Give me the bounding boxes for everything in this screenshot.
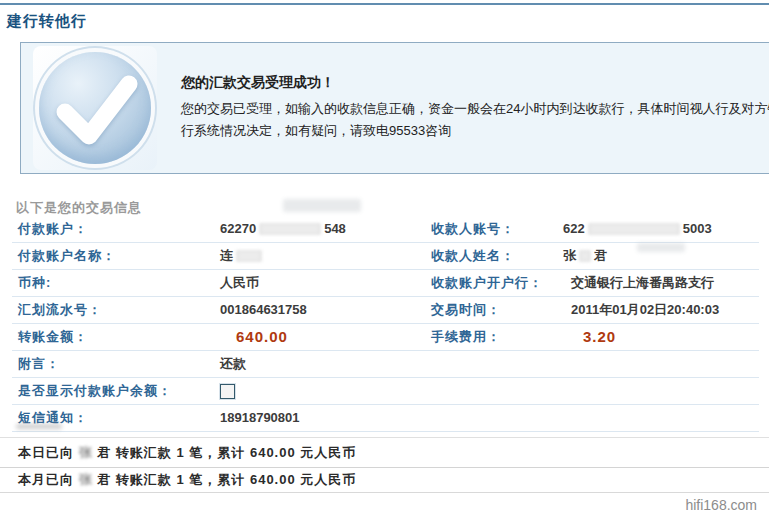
payee-account-start: 622	[563, 221, 585, 236]
table-row-show-balance: 是否显示付款账户余额：	[12, 378, 759, 405]
summary-month-text: 转账汇款 1 笔，累计 640.00 元人民币	[116, 472, 356, 487]
payer-account-label: 付款账户：	[12, 216, 220, 242]
payee-account-label: 收款人账号：	[425, 216, 563, 242]
redacted-text	[579, 250, 591, 262]
fee-label: 手续费用：	[425, 324, 563, 350]
redacted-text	[259, 223, 321, 235]
success-notice-box: 您的汇款交易受理成功！ 您的交易已受理，如输入的收款信息正确，资金一般会在24小…	[20, 42, 769, 174]
trade-time-value: 2011年01月02日20:40:03	[563, 297, 759, 323]
top-divider-line	[0, 3, 769, 5]
payee-name-end: 君	[594, 248, 607, 263]
table-row-amount-fee: 转账金额： 640.00 手续费用： 3.20	[12, 324, 759, 351]
fee-value: 3.20	[563, 324, 759, 350]
blur-smudge	[283, 199, 361, 212]
amount-label: 转账金额：	[12, 324, 220, 350]
currency-value: 人民币	[220, 270, 425, 296]
show-balance-checkbox[interactable]	[220, 384, 235, 399]
summary-today-prefix: 本日已向	[18, 445, 79, 460]
summary-today-name: 张	[79, 445, 93, 460]
check-tile	[33, 46, 157, 170]
notice-text: 您的汇款交易受理成功！ 您的交易已受理，如输入的收款信息正确，资金一般会在24小…	[181, 74, 769, 142]
payer-name-label: 付款账户名称：	[12, 243, 220, 269]
payee-account-end: 5003	[683, 221, 712, 236]
site-watermark: hifi168.com	[685, 497, 757, 513]
summary-month-name-suffix: 君	[93, 472, 116, 487]
payee-bank-label: 收款账户开户行：	[425, 270, 563, 296]
table-row-sms: 短信通知： 18918790801	[12, 405, 759, 432]
transfer-summary: 本日已向 张 君 转账汇款 1 笔，累计 640.00 元人民币 本月已向 张 …	[0, 437, 769, 493]
payee-account-value: 6225003	[563, 216, 759, 242]
payer-account-end: 548	[324, 221, 346, 236]
payer-name-value: 连	[220, 243, 425, 269]
table-row-currency-bank: 币种: 人民币 收款账户开户行： 交通银行上海番禺路支行	[12, 270, 759, 297]
payee-bank-value: 交通银行上海番禺路支行	[563, 270, 759, 296]
serial-no-label: 汇划流水号：	[12, 297, 220, 323]
page-title: 建行转他行	[7, 12, 87, 31]
show-balance-label: 是否显示付款账户余额：	[12, 378, 220, 408]
redacted-text	[236, 250, 262, 262]
payer-account-value: 62270548	[220, 216, 425, 242]
summary-today-name-suffix: 君	[93, 445, 116, 460]
notice-heading: 您的汇款交易受理成功！	[181, 74, 769, 92]
table-row-memo: 附言： 还款	[12, 351, 759, 378]
summary-row-month: 本月已向 张 君 转账汇款 1 笔，累计 640.00 元人民币	[0, 467, 769, 492]
serial-no-value: 001864631758	[220, 297, 425, 323]
payee-name-start: 张	[563, 248, 576, 263]
section-title: 以下是您的交易信息	[16, 199, 142, 217]
trade-time-label: 交易时间：	[425, 297, 563, 323]
blur-smudge	[637, 243, 685, 252]
redacted-text	[588, 223, 680, 235]
summary-row-today: 本日已向 张 君 转账汇款 1 笔，累计 640.00 元人民币	[0, 437, 769, 467]
memo-value: 还款	[220, 351, 425, 377]
blur-smudge	[16, 424, 62, 429]
summary-month-name: 张	[79, 472, 93, 487]
payer-account-start: 62270	[220, 221, 256, 236]
memo-label: 附言：	[12, 351, 220, 377]
currency-label: 币种:	[12, 270, 220, 296]
check-circle-icon	[39, 52, 151, 164]
table-row-serial-time: 汇划流水号： 001864631758 交易时间： 2011年01月02日20:…	[12, 297, 759, 324]
payer-name-start: 连	[220, 248, 233, 263]
payee-name-label: 收款人姓名：	[425, 243, 563, 269]
notice-body: 您的交易已受理，如输入的收款信息正确，资金一般会在24小时内到达收款行，具体时间…	[181, 98, 769, 142]
sms-notify-value: 18918790801	[220, 405, 425, 431]
amount-value: 640.00	[220, 324, 425, 350]
table-row-accounts: 付款账户： 62270548 收款人账号： 6225003	[12, 216, 759, 243]
summary-today-text: 转账汇款 1 笔，累计 640.00 元人民币	[116, 445, 356, 460]
summary-month-prefix: 本月已向	[18, 472, 79, 487]
